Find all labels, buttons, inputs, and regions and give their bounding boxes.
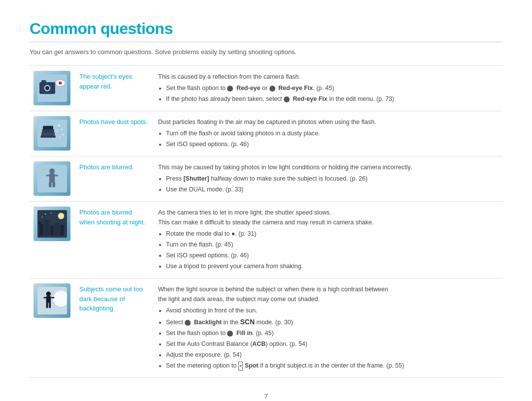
bullet-item: Avoid shooting in front of the sun. (166, 306, 498, 315)
svg-rect-23 (49, 182, 52, 187)
bullet-item: Set the Auto Contrast Balance (ACB) opti… (166, 339, 498, 349)
svg-rect-12 (43, 126, 53, 129)
svg-point-14 (61, 128, 63, 130)
row-image-red-eye (30, 66, 74, 111)
svg-rect-41 (51, 297, 54, 298)
svg-point-32 (58, 213, 64, 219)
bullet-item: Set the flash option to Red-eye or Red-e… (166, 83, 498, 93)
bullet-list: Turn off the flash or avoid taking photo… (158, 128, 498, 149)
bullet-item: Press [Shutter] halfway down to make sur… (166, 174, 498, 184)
bullet-item: Set the flash option to Fill in. (p. 45) (166, 328, 498, 338)
bullet-item: Select Backlight in the SCN mode. (p. 30… (166, 316, 498, 327)
bullet-item: Set the metering option to • Spot if a b… (166, 361, 498, 370)
svg-rect-11 (42, 129, 54, 132)
row-label-red-eye: The subject's eyes appear red. (74, 66, 153, 111)
table-row: Subjects come out too dark because of ba… (30, 278, 502, 378)
svg-point-4 (45, 86, 49, 90)
bullet-list: Press [Shutter] halfway down to make sur… (158, 174, 498, 194)
title-divider (30, 42, 502, 42)
svg-point-6 (59, 81, 62, 84)
bullet-list: Set the flash option to Red-eye or Red-e… (158, 83, 498, 104)
row-label-night-blur: Photos are blurred when shooting at nigh… (74, 202, 153, 278)
bullet-item: Set ISO speed options. (p. 46) (166, 139, 498, 149)
svg-rect-20 (49, 174, 55, 183)
bullet-item: Set ISO speed options. (p. 46) (166, 250, 498, 260)
bullet-item: If the photo has already been taken, sel… (166, 94, 498, 104)
row-content-night-blur: As the camera tries to let in more light… (153, 202, 502, 278)
content-line: This is caused by a reflection from the … (158, 72, 498, 82)
label-text: Photos are blurred when shooting at nigh… (79, 209, 145, 226)
content-line: As the camera tries to let in more light… (158, 208, 498, 217)
svg-point-33 (45, 214, 46, 215)
content-line: When the light source is behind the subj… (158, 284, 498, 294)
bullet-item: Use a tripod to prevent your camera from… (166, 261, 498, 271)
svg-point-15 (56, 131, 57, 132)
row-content-backlight: When the light source is behind the subj… (153, 278, 502, 378)
row-image-backlight (30, 278, 74, 378)
table-row: Photos have dust spots.Dust particles fl… (30, 111, 502, 156)
table-row: Photos are blurred.This may be caused by… (30, 156, 502, 202)
row-content-dust-spots: Dust particles floating in the air may b… (153, 111, 502, 156)
bullet-list: Rotate the mode dial to ●. (p. 31)Turn o… (158, 229, 498, 271)
svg-point-19 (49, 168, 55, 174)
label-text: Photos are blurred. (79, 163, 134, 171)
row-label-backlight: Subjects come out too dark because of ba… (74, 278, 153, 378)
bullet-item: Turn on the flash. (p. 45) (166, 240, 498, 249)
svg-point-16 (62, 134, 64, 135)
content-line: This can make it difficult to steady the… (158, 217, 498, 227)
page-title: Common questions (30, 20, 502, 38)
content-line: This may be caused by taking photos in l… (158, 162, 498, 172)
row-label-blurred: Photos are blurred. (74, 156, 153, 202)
bullet-item: Use the DUAL mode. (p. 33) (166, 185, 498, 194)
svg-rect-2 (41, 80, 46, 83)
svg-rect-22 (54, 175, 58, 176)
content-line: Dust particles floating in the air may b… (158, 117, 498, 127)
page-subtitle: You can get answers to common questions.… (30, 48, 502, 56)
svg-point-35 (41, 217, 42, 218)
bullet-item: Adjust the exposure. (p. 54) (166, 350, 498, 360)
svg-rect-43 (49, 303, 51, 308)
row-label-dust-spots: Photos have dust spots. (74, 111, 153, 156)
label-text: Photos have dust spots. (79, 118, 148, 125)
svg-rect-26 (39, 224, 43, 236)
row-image-dust-spots (30, 111, 74, 156)
page-number: 7 (30, 393, 502, 400)
svg-rect-28 (44, 220, 49, 236)
bullet-item: Rotate the mode dial to ●. (p. 31) (166, 229, 498, 239)
svg-rect-30 (54, 223, 59, 236)
label-text: Subjects come out too dark because of ba… (79, 285, 143, 312)
row-content-blurred: This may be caused by taking photos in l… (153, 156, 502, 202)
row-content-red-eye: This is caused by a reflection from the … (153, 66, 502, 111)
svg-rect-29 (50, 226, 53, 236)
row-image-night-blur (30, 202, 74, 278)
svg-rect-39 (46, 296, 51, 303)
svg-rect-10 (41, 132, 55, 136)
bullet-item: Turn off the flash or avoid taking photo… (166, 128, 498, 138)
svg-rect-42 (46, 303, 48, 308)
bullet-list: Avoid shooting in front of the sun.Selec… (158, 306, 498, 370)
svg-point-17 (59, 137, 60, 138)
svg-point-7 (61, 82, 62, 83)
svg-rect-40 (43, 297, 47, 298)
svg-point-38 (46, 292, 51, 297)
svg-rect-27 (38, 221, 41, 224)
table-row: The subject's eyes appear red.This is ca… (30, 66, 502, 111)
content-line: the light and dark areas, the subject ma… (158, 294, 498, 304)
svg-rect-31 (60, 225, 64, 236)
faq-table: The subject's eyes appear red.This is ca… (30, 65, 502, 378)
svg-rect-24 (52, 182, 55, 187)
table-row: Photos are blurred when shooting at nigh… (30, 202, 502, 278)
svg-point-13 (58, 124, 60, 126)
svg-rect-21 (46, 175, 50, 176)
svg-point-34 (51, 213, 52, 214)
row-image-blurred (30, 156, 74, 202)
label-text: The subject's eyes appear red. (79, 73, 132, 90)
